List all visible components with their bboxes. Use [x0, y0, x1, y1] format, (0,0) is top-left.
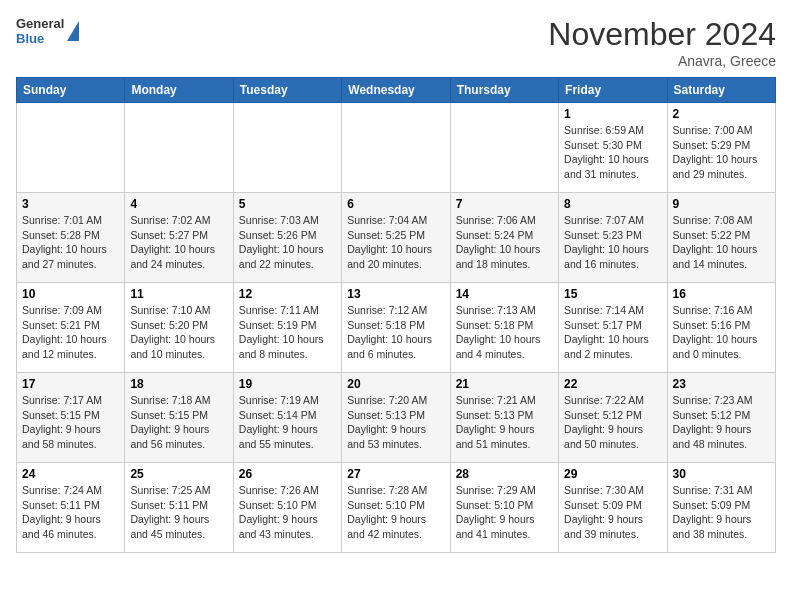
day-info: Sunrise: 7:07 AM Sunset: 5:23 PM Dayligh…: [564, 213, 661, 272]
day-info: Sunrise: 7:06 AM Sunset: 5:24 PM Dayligh…: [456, 213, 553, 272]
day-info: Sunrise: 7:31 AM Sunset: 5:09 PM Dayligh…: [673, 483, 770, 542]
day-number: 23: [673, 377, 770, 391]
day-number: 10: [22, 287, 119, 301]
day-number: 11: [130, 287, 227, 301]
calendar-day-cell: 19Sunrise: 7:19 AM Sunset: 5:14 PM Dayli…: [233, 373, 341, 463]
calendar-day-cell: 17Sunrise: 7:17 AM Sunset: 5:15 PM Dayli…: [17, 373, 125, 463]
day-info: Sunrise: 7:26 AM Sunset: 5:10 PM Dayligh…: [239, 483, 336, 542]
weekday-header: Monday: [125, 78, 233, 103]
day-number: 3: [22, 197, 119, 211]
day-number: 2: [673, 107, 770, 121]
day-number: 19: [239, 377, 336, 391]
calendar-day-cell: 8Sunrise: 7:07 AM Sunset: 5:23 PM Daylig…: [559, 193, 667, 283]
day-info: Sunrise: 7:28 AM Sunset: 5:10 PM Dayligh…: [347, 483, 444, 542]
calendar-week-row: 1Sunrise: 6:59 AM Sunset: 5:30 PM Daylig…: [17, 103, 776, 193]
day-info: Sunrise: 7:16 AM Sunset: 5:16 PM Dayligh…: [673, 303, 770, 362]
day-info: Sunrise: 7:08 AM Sunset: 5:22 PM Dayligh…: [673, 213, 770, 272]
calendar-day-cell: 12Sunrise: 7:11 AM Sunset: 5:19 PM Dayli…: [233, 283, 341, 373]
day-info: Sunrise: 7:00 AM Sunset: 5:29 PM Dayligh…: [673, 123, 770, 182]
calendar-day-cell: 1Sunrise: 6:59 AM Sunset: 5:30 PM Daylig…: [559, 103, 667, 193]
calendar-day-cell: [125, 103, 233, 193]
day-info: Sunrise: 7:12 AM Sunset: 5:18 PM Dayligh…: [347, 303, 444, 362]
calendar-day-cell: [342, 103, 450, 193]
day-number: 27: [347, 467, 444, 481]
calendar-day-cell: [17, 103, 125, 193]
calendar-day-cell: 25Sunrise: 7:25 AM Sunset: 5:11 PM Dayli…: [125, 463, 233, 553]
calendar-header-row: SundayMondayTuesdayWednesdayThursdayFrid…: [17, 78, 776, 103]
day-number: 5: [239, 197, 336, 211]
calendar-week-row: 17Sunrise: 7:17 AM Sunset: 5:15 PM Dayli…: [17, 373, 776, 463]
calendar-week-row: 3Sunrise: 7:01 AM Sunset: 5:28 PM Daylig…: [17, 193, 776, 283]
day-number: 25: [130, 467, 227, 481]
day-number: 20: [347, 377, 444, 391]
logo: General Blue: [16, 16, 79, 46]
logo-text: General Blue: [16, 16, 64, 46]
day-number: 17: [22, 377, 119, 391]
day-number: 4: [130, 197, 227, 211]
calendar-day-cell: 29Sunrise: 7:30 AM Sunset: 5:09 PM Dayli…: [559, 463, 667, 553]
calendar-week-row: 10Sunrise: 7:09 AM Sunset: 5:21 PM Dayli…: [17, 283, 776, 373]
day-info: Sunrise: 6:59 AM Sunset: 5:30 PM Dayligh…: [564, 123, 661, 182]
logo-triangle-icon: [67, 21, 79, 41]
day-number: 29: [564, 467, 661, 481]
calendar-day-cell: 9Sunrise: 7:08 AM Sunset: 5:22 PM Daylig…: [667, 193, 775, 283]
day-number: 6: [347, 197, 444, 211]
calendar-day-cell: 11Sunrise: 7:10 AM Sunset: 5:20 PM Dayli…: [125, 283, 233, 373]
weekday-header: Thursday: [450, 78, 558, 103]
day-number: 13: [347, 287, 444, 301]
weekday-header: Tuesday: [233, 78, 341, 103]
calendar-day-cell: 6Sunrise: 7:04 AM Sunset: 5:25 PM Daylig…: [342, 193, 450, 283]
day-number: 14: [456, 287, 553, 301]
day-number: 9: [673, 197, 770, 211]
calendar-day-cell: 3Sunrise: 7:01 AM Sunset: 5:28 PM Daylig…: [17, 193, 125, 283]
calendar-day-cell: 24Sunrise: 7:24 AM Sunset: 5:11 PM Dayli…: [17, 463, 125, 553]
day-info: Sunrise: 7:14 AM Sunset: 5:17 PM Dayligh…: [564, 303, 661, 362]
calendar-week-row: 24Sunrise: 7:24 AM Sunset: 5:11 PM Dayli…: [17, 463, 776, 553]
calendar-day-cell: 20Sunrise: 7:20 AM Sunset: 5:13 PM Dayli…: [342, 373, 450, 463]
day-info: Sunrise: 7:03 AM Sunset: 5:26 PM Dayligh…: [239, 213, 336, 272]
logo-blue: Blue: [16, 31, 64, 46]
day-number: 18: [130, 377, 227, 391]
title-area: November 2024 Anavra, Greece: [548, 16, 776, 69]
day-info: Sunrise: 7:21 AM Sunset: 5:13 PM Dayligh…: [456, 393, 553, 452]
weekday-header: Sunday: [17, 78, 125, 103]
calendar-day-cell: 21Sunrise: 7:21 AM Sunset: 5:13 PM Dayli…: [450, 373, 558, 463]
calendar-day-cell: 22Sunrise: 7:22 AM Sunset: 5:12 PM Dayli…: [559, 373, 667, 463]
day-info: Sunrise: 7:19 AM Sunset: 5:14 PM Dayligh…: [239, 393, 336, 452]
calendar-day-cell: 5Sunrise: 7:03 AM Sunset: 5:26 PM Daylig…: [233, 193, 341, 283]
logo-general: General: [16, 16, 64, 31]
day-info: Sunrise: 7:30 AM Sunset: 5:09 PM Dayligh…: [564, 483, 661, 542]
weekday-header: Wednesday: [342, 78, 450, 103]
day-info: Sunrise: 7:18 AM Sunset: 5:15 PM Dayligh…: [130, 393, 227, 452]
location: Anavra, Greece: [548, 53, 776, 69]
day-info: Sunrise: 7:02 AM Sunset: 5:27 PM Dayligh…: [130, 213, 227, 272]
day-number: 24: [22, 467, 119, 481]
calendar-day-cell: 15Sunrise: 7:14 AM Sunset: 5:17 PM Dayli…: [559, 283, 667, 373]
day-info: Sunrise: 7:22 AM Sunset: 5:12 PM Dayligh…: [564, 393, 661, 452]
calendar-day-cell: 26Sunrise: 7:26 AM Sunset: 5:10 PM Dayli…: [233, 463, 341, 553]
day-info: Sunrise: 7:13 AM Sunset: 5:18 PM Dayligh…: [456, 303, 553, 362]
day-number: 21: [456, 377, 553, 391]
day-info: Sunrise: 7:17 AM Sunset: 5:15 PM Dayligh…: [22, 393, 119, 452]
day-info: Sunrise: 7:20 AM Sunset: 5:13 PM Dayligh…: [347, 393, 444, 452]
day-info: Sunrise: 7:11 AM Sunset: 5:19 PM Dayligh…: [239, 303, 336, 362]
calendar-day-cell: 27Sunrise: 7:28 AM Sunset: 5:10 PM Dayli…: [342, 463, 450, 553]
day-info: Sunrise: 7:23 AM Sunset: 5:12 PM Dayligh…: [673, 393, 770, 452]
weekday-header: Saturday: [667, 78, 775, 103]
calendar-day-cell: 14Sunrise: 7:13 AM Sunset: 5:18 PM Dayli…: [450, 283, 558, 373]
page-header: General Blue November 2024 Anavra, Greec…: [16, 16, 776, 69]
day-number: 15: [564, 287, 661, 301]
day-number: 12: [239, 287, 336, 301]
day-info: Sunrise: 7:29 AM Sunset: 5:10 PM Dayligh…: [456, 483, 553, 542]
day-number: 26: [239, 467, 336, 481]
month-title: November 2024: [548, 16, 776, 53]
day-info: Sunrise: 7:25 AM Sunset: 5:11 PM Dayligh…: [130, 483, 227, 542]
calendar-day-cell: 2Sunrise: 7:00 AM Sunset: 5:29 PM Daylig…: [667, 103, 775, 193]
calendar-day-cell: [450, 103, 558, 193]
calendar-day-cell: 18Sunrise: 7:18 AM Sunset: 5:15 PM Dayli…: [125, 373, 233, 463]
calendar-day-cell: 23Sunrise: 7:23 AM Sunset: 5:12 PM Dayli…: [667, 373, 775, 463]
calendar-day-cell: 10Sunrise: 7:09 AM Sunset: 5:21 PM Dayli…: [17, 283, 125, 373]
calendar-day-cell: 16Sunrise: 7:16 AM Sunset: 5:16 PM Dayli…: [667, 283, 775, 373]
calendar-day-cell: 7Sunrise: 7:06 AM Sunset: 5:24 PM Daylig…: [450, 193, 558, 283]
weekday-header: Friday: [559, 78, 667, 103]
